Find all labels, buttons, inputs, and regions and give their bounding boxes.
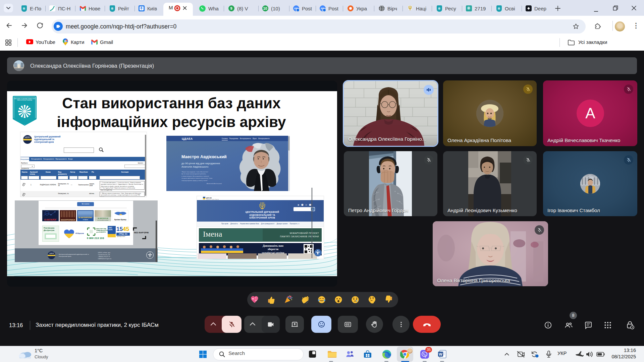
svg-text:W: W <box>439 352 442 356</box>
